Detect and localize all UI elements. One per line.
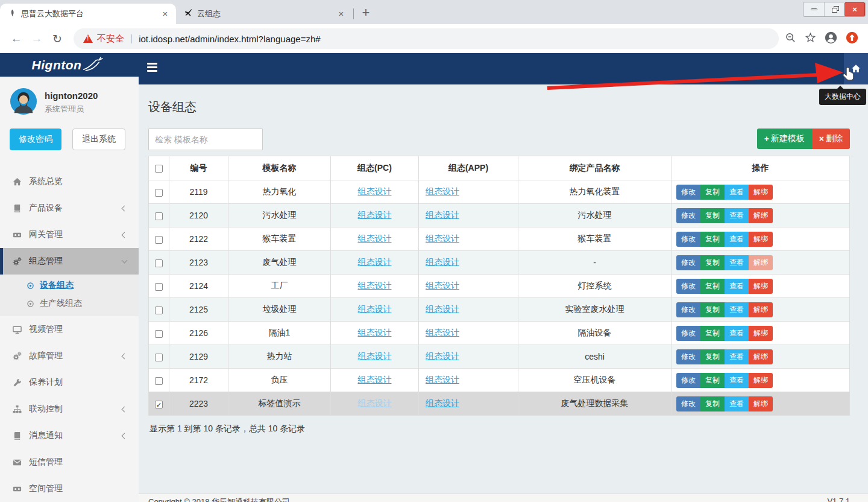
tab-close-icon[interactable]: ×	[335, 8, 347, 20]
new-tab-button[interactable]: +	[357, 5, 374, 22]
action-view-button[interactable]: 查看	[725, 232, 749, 247]
action-view-button[interactable]: 查看	[725, 208, 749, 223]
sidebar-item-7[interactable]: 联动控制	[0, 396, 139, 422]
pc-config-link[interactable]: 组态设计	[358, 304, 392, 314]
pc-config-link[interactable]: 组态设计	[358, 398, 392, 408]
delete-button[interactable]: × 删除	[812, 129, 850, 149]
app-config-link[interactable]: 组态设计	[426, 257, 459, 267]
search-input[interactable]	[148, 129, 263, 150]
action-view-button[interactable]: 查看	[725, 279, 749, 294]
action-unbind-button[interactable]: 解绑	[749, 185, 773, 200]
action-copy-button[interactable]: 复制	[700, 349, 725, 364]
action-unbind-button[interactable]: 解绑	[749, 302, 773, 317]
action-unbind-button[interactable]: 解绑	[749, 349, 773, 364]
browser-tab-inactive[interactable]: 云组态 ×	[176, 4, 352, 24]
zoom-out-icon[interactable]	[785, 32, 796, 46]
app-config-link[interactable]: 组态设计	[426, 234, 459, 243]
action-view-button[interactable]: 查看	[725, 349, 749, 364]
action-edit-button[interactable]: 修改	[676, 396, 700, 411]
sidebar-item-3[interactable]: 组态管理	[0, 248, 139, 275]
url-text[interactable]: iot.idosp.net/admin/index.html?language=…	[139, 34, 320, 44]
new-template-button[interactable]: + 新建模板	[757, 129, 812, 149]
action-copy-button[interactable]: 复制	[700, 396, 725, 411]
hamburger-menu-icon[interactable]	[147, 63, 157, 74]
action-copy-button[interactable]: 复制	[700, 373, 725, 388]
row-checkbox[interactable]	[155, 330, 163, 338]
app-config-link[interactable]: 组态设计	[426, 328, 459, 337]
sidebar-item-8[interactable]: 消息通知	[0, 422, 139, 449]
pc-config-link[interactable]: 组态设计	[358, 351, 392, 361]
app-config-link[interactable]: 组态设计	[426, 351, 459, 361]
change-password-button[interactable]: 修改密码	[10, 129, 61, 150]
app-config-link[interactable]: 组态设计	[426, 398, 459, 408]
url-field[interactable]: 不安全 | iot.idosp.net/admin/index.html?lan…	[74, 28, 779, 49]
row-checkbox[interactable]	[155, 212, 163, 220]
action-copy-button[interactable]: 复制	[700, 279, 725, 294]
minimize-button[interactable]	[804, 2, 824, 16]
sidebar-item-5[interactable]: 故障管理	[0, 343, 139, 369]
action-unbind-button[interactable]: 解绑	[749, 396, 773, 411]
sidebar-item-4[interactable]: 视频管理	[0, 316, 139, 343]
row-checkbox[interactable]	[155, 307, 163, 314]
row-checkbox[interactable]	[155, 236, 163, 244]
tab-close-icon[interactable]: ×	[159, 8, 171, 20]
action-view-button[interactable]: 查看	[725, 302, 749, 317]
bookmark-star-icon[interactable]	[805, 32, 816, 46]
row-checkbox[interactable]	[155, 259, 163, 267]
action-edit-button[interactable]: 修改	[676, 185, 700, 200]
close-button[interactable]: ×	[844, 2, 865, 16]
row-checkbox[interactable]: ✓	[155, 401, 163, 408]
app-config-link[interactable]: 组态设计	[426, 186, 459, 196]
action-view-button[interactable]: 查看	[725, 326, 749, 341]
action-unbind-button[interactable]: 解绑	[749, 373, 773, 388]
action-edit-button[interactable]: 修改	[676, 326, 700, 341]
app-config-link[interactable]: 组态设计	[426, 210, 459, 220]
action-copy-button[interactable]: 复制	[700, 185, 725, 200]
pc-config-link[interactable]: 组态设计	[358, 234, 392, 243]
action-edit-button[interactable]: 修改	[676, 373, 700, 388]
action-unbind-button[interactable]: 解绑	[749, 326, 773, 341]
sidebar-subitem-1[interactable]: 生产线组态	[0, 294, 139, 313]
action-edit-button[interactable]: 修改	[676, 232, 700, 247]
app-config-link[interactable]: 组态设计	[426, 304, 459, 314]
row-checkbox[interactable]	[155, 354, 163, 361]
pc-config-link[interactable]: 组态设计	[358, 257, 392, 267]
profile-avatar-icon[interactable]	[825, 31, 837, 46]
pc-config-link[interactable]: 组态设计	[358, 375, 392, 384]
action-edit-button[interactable]: 修改	[676, 302, 700, 317]
action-view-button[interactable]: 查看	[725, 373, 749, 388]
sidebar-item-9[interactable]: 短信管理	[0, 449, 139, 475]
action-edit-button[interactable]: 修改	[676, 349, 700, 364]
action-copy-button[interactable]: 复制	[700, 232, 725, 247]
browser-tab-active[interactable]: 思普云大数据平台 ×	[0, 4, 176, 24]
action-edit-button[interactable]: 修改	[676, 279, 700, 294]
action-view-button[interactable]: 查看	[725, 185, 749, 200]
pc-config-link[interactable]: 组态设计	[358, 328, 392, 337]
reload-icon[interactable]: ↻	[47, 32, 68, 46]
sidebar-item-6[interactable]: 保养计划	[0, 369, 139, 396]
row-checkbox[interactable]	[155, 189, 163, 197]
sidebar-subitem-0[interactable]: 设备组态	[0, 276, 139, 294]
logout-button[interactable]: 退出系统	[72, 129, 125, 150]
select-all-checkbox[interactable]	[155, 165, 163, 173]
action-edit-button[interactable]: 修改	[676, 255, 700, 270]
action-copy-button[interactable]: 复制	[700, 302, 725, 317]
action-unbind-button[interactable]: 解绑	[749, 232, 773, 247]
back-icon[interactable]: ←	[6, 32, 27, 45]
home-button[interactable]	[844, 53, 868, 84]
sidebar-item-10[interactable]: 空间管理	[0, 475, 139, 502]
action-view-button[interactable]: 查看	[725, 255, 749, 270]
pc-config-link[interactable]: 组态设计	[358, 186, 392, 196]
app-config-link[interactable]: 组态设计	[426, 375, 459, 384]
app-config-link[interactable]: 组态设计	[426, 281, 459, 290]
action-unbind-button[interactable]: 解绑	[749, 279, 773, 294]
security-warning[interactable]: 不安全	[97, 33, 124, 45]
action-copy-button[interactable]: 复制	[700, 255, 725, 270]
action-unbind-button[interactable]: 解绑	[749, 208, 773, 223]
restore-button[interactable]	[824, 2, 844, 16]
row-checkbox[interactable]	[155, 283, 163, 291]
sidebar-item-0[interactable]: 系统总览	[0, 168, 139, 195]
action-copy-button[interactable]: 复制	[700, 208, 725, 223]
pc-config-link[interactable]: 组态设计	[358, 210, 392, 220]
action-unbind-button[interactable]: 解绑	[749, 255, 773, 270]
